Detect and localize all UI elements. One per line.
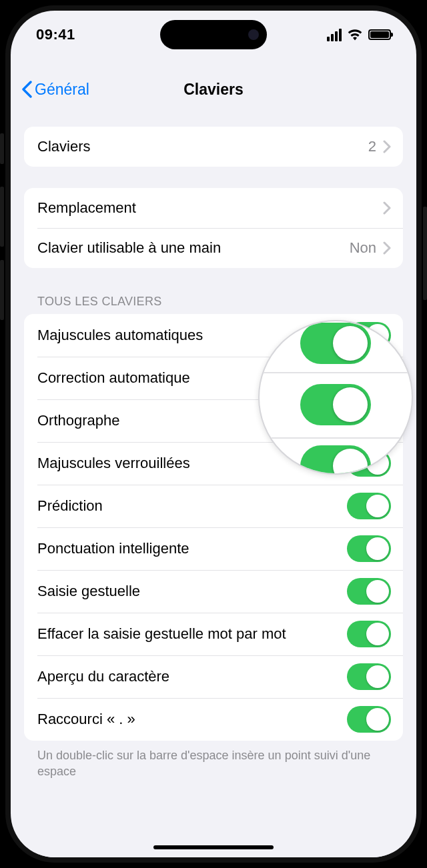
side-button-silence[interactable] bbox=[0, 133, 4, 164]
wifi-icon bbox=[347, 29, 363, 41]
chevron-left-icon bbox=[21, 81, 32, 98]
nav-bar: Général Claviers bbox=[11, 69, 416, 109]
shortcuts-group: Remplacement Clavier utilisable à une ma… bbox=[24, 188, 403, 268]
setting-label: Raccourci « . » bbox=[37, 710, 347, 729]
period-shortcut-row: Raccourci « . » bbox=[24, 698, 403, 741]
keyboards-label: Claviers bbox=[37, 137, 368, 156]
status-time: 09:41 bbox=[36, 26, 75, 43]
setting-label: Prédiction bbox=[37, 497, 347, 515]
keyboards-count: 2 bbox=[368, 138, 376, 155]
predictive-row: Prédiction bbox=[24, 485, 403, 527]
side-button-volume-up[interactable] bbox=[0, 187, 4, 247]
magnified-autocorrect-toggle-icon bbox=[300, 384, 371, 425]
keyboards-row[interactable]: Claviers 2 bbox=[24, 127, 403, 167]
setting-label: Effacer la saisie gestuelle mot par mot bbox=[37, 625, 347, 643]
chevron-right-icon bbox=[383, 201, 391, 215]
front-camera-icon bbox=[248, 29, 259, 40]
dynamic-island bbox=[160, 20, 267, 49]
text-replacement-label: Remplacement bbox=[37, 199, 383, 217]
back-button[interactable]: Général bbox=[21, 81, 89, 99]
setting-label: Ponctuation intelligente bbox=[37, 539, 347, 558]
slide-to-type-row: Saisie gestuelle bbox=[24, 570, 403, 613]
slide-to-type-toggle[interactable] bbox=[347, 578, 391, 605]
battery-icon bbox=[368, 29, 391, 40]
magnifier-callout bbox=[258, 320, 413, 475]
one-handed-keyboard-row[interactable]: Clavier utilisable à une main Non bbox=[24, 228, 403, 268]
cellular-signal-icon bbox=[327, 29, 342, 41]
keyboards-group: Claviers 2 bbox=[24, 127, 403, 167]
magnified-toggle-icon bbox=[300, 323, 371, 364]
character-preview-toggle[interactable] bbox=[347, 663, 391, 690]
delete-slide-word-toggle[interactable] bbox=[347, 621, 391, 647]
status-bar: 09:41 bbox=[11, 11, 416, 49]
all-keyboards-header: TOUS LES CLAVIERS bbox=[37, 295, 403, 309]
period-shortcut-footer: Un double-clic sur la barre d'espace ins… bbox=[37, 747, 390, 780]
one-handed-keyboard-label: Clavier utilisable à une main bbox=[37, 239, 350, 257]
smart-punctuation-toggle[interactable] bbox=[347, 535, 391, 562]
setting-label: Aperçu du caractère bbox=[37, 667, 347, 686]
setting-label: Saisie gestuelle bbox=[37, 582, 347, 601]
delete-slide-word-row: Effacer la saisie gestuelle mot par mot bbox=[24, 613, 403, 655]
chevron-right-icon bbox=[383, 140, 391, 153]
character-preview-row: Aperçu du caractère bbox=[24, 655, 403, 698]
side-button-volume-down[interactable] bbox=[0, 260, 4, 320]
period-shortcut-toggle[interactable] bbox=[347, 706, 391, 733]
phone-frame: 09:41 Général bbox=[5, 5, 422, 863]
screen: 09:41 Général bbox=[11, 11, 416, 857]
status-icons bbox=[327, 29, 391, 41]
back-label: Général bbox=[35, 81, 89, 99]
magnified-toggle-icon bbox=[300, 445, 371, 475]
one-handed-keyboard-value: Non bbox=[350, 239, 376, 257]
home-indicator[interactable] bbox=[153, 845, 274, 849]
text-replacement-row[interactable]: Remplacement bbox=[24, 188, 403, 228]
side-button-power[interactable] bbox=[423, 207, 427, 300]
chevron-right-icon bbox=[383, 241, 391, 255]
predictive-toggle[interactable] bbox=[347, 493, 391, 519]
smart-punctuation-row: Ponctuation intelligente bbox=[24, 527, 403, 570]
